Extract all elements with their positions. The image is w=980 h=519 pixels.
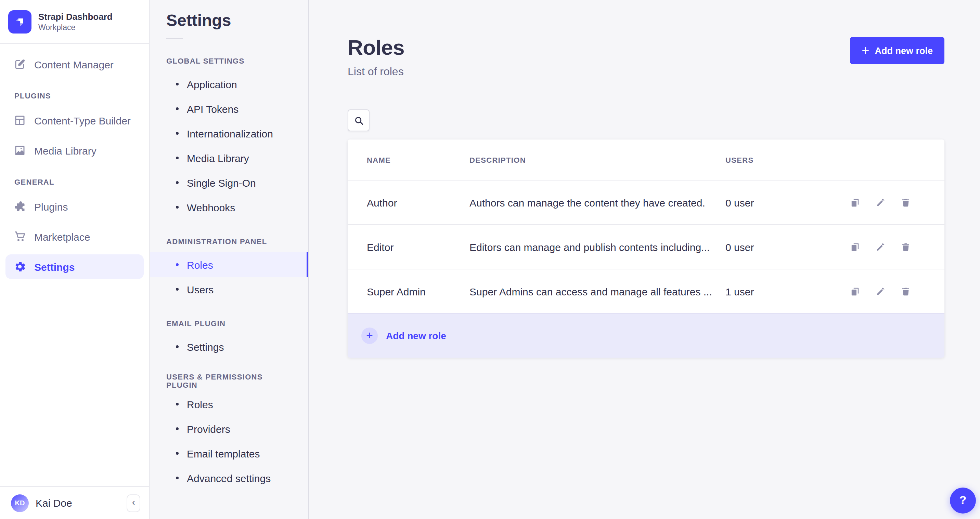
- delete-role-button[interactable]: [900, 286, 911, 297]
- sidebar-item-marketplace[interactable]: Marketplace: [5, 224, 144, 249]
- role-users-count: 0 user: [725, 197, 849, 208]
- puzzle-icon: [14, 200, 26, 213]
- sidebar-item-content-manager[interactable]: Content Manager: [5, 52, 144, 76]
- subnav-section-label: EMAIL PLUGIN: [150, 317, 308, 330]
- subnav-item-single-sign-on[interactable]: Single Sign-On: [150, 170, 308, 195]
- gear-icon: [14, 260, 26, 273]
- user-name[interactable]: Kai Doe: [36, 497, 120, 509]
- search-icon: [353, 115, 364, 125]
- row-actions: [849, 197, 944, 208]
- sidebar-item-content-type-builder[interactable]: Content-Type Builder: [5, 108, 144, 133]
- main-content: Roles List of roles + Add new role NAME …: [309, 0, 980, 519]
- subnav-item-internationalization[interactable]: Internationalization: [150, 121, 308, 146]
- role-users-count: 0 user: [725, 241, 849, 253]
- table-row-editor[interactable]: Editor Editors can manage and publish co…: [348, 224, 944, 269]
- sidebar-item-media-library[interactable]: Media Library: [5, 138, 144, 163]
- brand-title: Strapi Dashboard: [38, 12, 113, 23]
- edit-role-button[interactable]: [875, 286, 886, 297]
- collapse-sidebar-button[interactable]: ‹: [127, 494, 140, 512]
- duplicate-role-button[interactable]: [849, 241, 860, 252]
- pencil-icon: [875, 197, 885, 208]
- edit-role-button[interactable]: [875, 241, 886, 252]
- subnav-title: Settings: [166, 11, 291, 30]
- role-description: Editors can manage and publish contents …: [469, 241, 725, 253]
- edit-role-button[interactable]: [875, 197, 886, 208]
- subnav-item-up-providers[interactable]: Providers: [150, 416, 308, 441]
- page-title-block: Roles List of roles: [348, 36, 404, 78]
- duplicate-role-button[interactable]: [849, 197, 860, 208]
- duplicate-role-button[interactable]: [849, 286, 860, 297]
- sidebar-item-label: Marketplace: [34, 231, 90, 243]
- subnav-item-admin-users[interactable]: Users: [150, 277, 308, 302]
- subnav-item-up-roles[interactable]: Roles: [150, 392, 308, 416]
- help-button[interactable]: ?: [950, 487, 976, 514]
- page-header: Roles List of roles + Add new role: [348, 0, 944, 78]
- table-header-row: NAME DESCRIPTION USERS: [348, 140, 944, 180]
- sidebar-item-label: Content-Type Builder: [34, 114, 131, 126]
- question-mark-icon: ?: [959, 494, 967, 507]
- strapi-logo-icon: [8, 10, 32, 33]
- settings-subnav: Settings GLOBAL SETTINGS Application API…: [150, 0, 309, 519]
- subnav-item-up-email-templates[interactable]: Email templates: [150, 441, 308, 466]
- subnav-section-administration-panel: ADMINISTRATION PANEL Roles Users: [150, 235, 308, 302]
- row-actions: [849, 241, 944, 252]
- role-description: Super Admins can access and manage all f…: [469, 286, 725, 297]
- delete-role-button[interactable]: [900, 241, 911, 252]
- page-subtitle: List of roles: [348, 66, 404, 78]
- role-users-count: 1 user: [725, 286, 849, 297]
- column-header-description: DESCRIPTION: [469, 156, 725, 164]
- subnav-item-application[interactable]: Application: [150, 72, 308, 97]
- media-library-icon: [14, 144, 26, 157]
- sidebar-item-label: Media Library: [34, 144, 97, 156]
- row-actions: [849, 286, 944, 297]
- column-header-users: USERS: [725, 156, 911, 164]
- user-avatar[interactable]: KD: [11, 494, 29, 512]
- trash-icon: [900, 242, 910, 252]
- sidebar-item-label: Plugins: [34, 201, 68, 212]
- subnav-item-up-advanced-settings[interactable]: Advanced settings: [150, 466, 308, 490]
- brand-text: Strapi Dashboard Workplace: [38, 12, 113, 32]
- table-row-super-admin[interactable]: Super Admin Super Admins can access and …: [348, 269, 944, 313]
- cart-icon: [14, 230, 26, 243]
- table-row-author[interactable]: Author Authors can manage the content th…: [348, 180, 944, 224]
- subnav-section-email-plugin: EMAIL PLUGIN Settings: [150, 317, 308, 359]
- sidebar-item-plugins[interactable]: Plugins: [5, 194, 144, 219]
- subnav-section-global-settings: GLOBAL SETTINGS Application API Tokens I…: [150, 54, 308, 219]
- subnav-section-users-permissions: USERS & PERMISSIONS PLUGIN Roles Provide…: [150, 374, 308, 490]
- plus-icon: +: [862, 43, 869, 56]
- workplace-switcher[interactable]: Strapi Dashboard Workplace: [0, 0, 149, 44]
- footer-add-role-label: Add new role: [386, 330, 446, 341]
- subnav-item-api-tokens[interactable]: API Tokens: [150, 97, 308, 121]
- subnav-section-label: GLOBAL SETTINGS: [150, 54, 308, 68]
- sidebar-section-general: GENERAL: [14, 178, 141, 186]
- plus-circle-icon: +: [361, 327, 378, 344]
- role-name: Editor: [367, 241, 469, 253]
- sidebar-user-area: KD Kai Doe ‹: [0, 486, 149, 519]
- role-name: Super Admin: [367, 286, 469, 297]
- chevron-left-icon: ‹: [132, 498, 135, 507]
- duplicate-icon: [850, 242, 860, 252]
- trash-icon: [900, 197, 910, 208]
- sidebar-item-label: Content Manager: [34, 59, 114, 70]
- roles-table: NAME DESCRIPTION USERS Author Authors ca…: [348, 140, 944, 358]
- delete-role-button[interactable]: [900, 197, 911, 208]
- content-type-builder-icon: [14, 114, 26, 127]
- add-new-role-button[interactable]: + Add new role: [850, 37, 944, 64]
- subnav-section-label: USERS & PERMISSIONS PLUGIN: [150, 374, 308, 388]
- subnav-item-media-library[interactable]: Media Library: [150, 146, 308, 170]
- role-name: Author: [367, 197, 469, 208]
- subnav-item-email-settings[interactable]: Settings: [150, 334, 308, 359]
- subnav-item-admin-roles[interactable]: Roles: [150, 252, 308, 277]
- strapi-admin-app: Strapi Dashboard Workplace Content Manag…: [0, 0, 980, 519]
- duplicate-icon: [850, 286, 860, 297]
- pencil-icon: [875, 286, 885, 297]
- main-sidebar: Strapi Dashboard Workplace Content Manag…: [0, 0, 150, 519]
- search-button[interactable]: [348, 110, 369, 131]
- sidebar-section-plugins: PLUGINS: [14, 92, 141, 100]
- add-new-role-label: Add new role: [875, 46, 933, 56]
- sidebar-item-settings[interactable]: Settings: [5, 254, 144, 279]
- page-title: Roles: [348, 36, 404, 60]
- subnav-item-webhooks[interactable]: Webhooks: [150, 195, 308, 219]
- table-footer-add-role[interactable]: + Add new role: [348, 313, 944, 358]
- pencil-icon: [875, 242, 885, 252]
